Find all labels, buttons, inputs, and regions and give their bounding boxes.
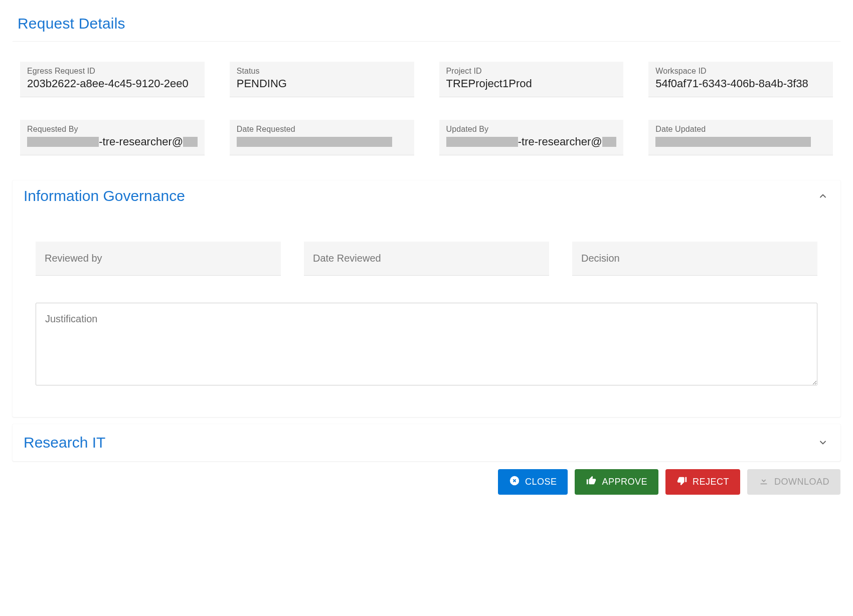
field-value: [237, 135, 407, 149]
field-label: Requested By: [27, 125, 198, 134]
approve-button[interactable]: APPROVE: [575, 469, 658, 495]
panel-title: Information Governance: [24, 187, 185, 204]
thumbs-down-icon: [676, 475, 688, 489]
decision-input[interactable]: [572, 242, 817, 276]
redacted-text: [602, 137, 617, 147]
ig-review-row: [36, 242, 817, 276]
field-date-requested: Date Requested: [230, 120, 414, 155]
field-label: Status: [237, 67, 407, 76]
title-divider: [13, 41, 840, 42]
thumbs-up-icon: [586, 475, 597, 489]
field-label: Egress Request ID: [27, 67, 198, 76]
button-label: DOWNLOAD: [774, 477, 829, 487]
redacted-text: [655, 137, 811, 147]
field-value: 203b2622-a8ee-4c45-9120-2ee0: [27, 77, 198, 91]
field-label: Updated By: [446, 125, 617, 134]
panel-research-it: Research IT: [13, 424, 840, 461]
justification-textarea[interactable]: [36, 303, 817, 385]
redacted-text: [183, 137, 198, 147]
field-project-id: Project ID TREProject1Prod: [439, 62, 624, 97]
field-label: Workspace ID: [655, 67, 826, 76]
close-circle-icon: [509, 475, 520, 489]
field-value: PENDING: [237, 77, 407, 91]
field-value: TREProject1Prod: [446, 77, 617, 91]
chevron-up-icon: [816, 189, 829, 202]
field-egress-id: Egress Request ID 203b2622-a8ee-4c45-912…: [20, 62, 205, 97]
panel-body: [13, 212, 840, 417]
field-value: [655, 135, 826, 149]
field-updated-by: Updated By -tre-researcher@: [439, 120, 624, 155]
action-bar: CLOSE APPROVE REJECT DOWNLOAD: [13, 469, 840, 495]
field-value: -tre-researcher@: [27, 135, 198, 149]
download-icon: [758, 475, 769, 489]
field-workspace-id: Workspace ID 54f0af71-6343-406b-8a4b-3f3…: [648, 62, 833, 97]
panel-header-research-it[interactable]: Research IT: [13, 424, 840, 461]
details-grid: Egress Request ID 203b2622-a8ee-4c45-912…: [20, 62, 833, 155]
field-value-suffix: -tre-researcher@: [518, 135, 602, 148]
panel-information-governance: Information Governance: [13, 180, 840, 417]
redacted-text: [27, 137, 99, 147]
close-button[interactable]: CLOSE: [498, 469, 568, 495]
panel-header-information-governance[interactable]: Information Governance: [13, 180, 840, 212]
field-label: Date Updated: [655, 125, 826, 134]
redacted-text: [446, 137, 518, 147]
field-status: Status PENDING: [230, 62, 414, 97]
field-value-suffix: -tre-researcher@: [99, 135, 183, 148]
download-button: DOWNLOAD: [747, 469, 840, 495]
panel-title: Research IT: [24, 434, 105, 451]
button-label: APPROVE: [602, 477, 647, 487]
field-label: Date Requested: [237, 125, 407, 134]
reject-button[interactable]: REJECT: [665, 469, 740, 495]
reviewed-by-input[interactable]: [36, 242, 281, 276]
field-value: -tre-researcher@: [446, 135, 617, 149]
button-label: CLOSE: [525, 477, 557, 487]
field-requested-by: Requested By -tre-researcher@: [20, 120, 205, 155]
button-label: REJECT: [693, 477, 729, 487]
field-date-updated: Date Updated: [648, 120, 833, 155]
redacted-text: [237, 137, 392, 147]
field-label: Project ID: [446, 67, 617, 76]
field-value: 54f0af71-6343-406b-8a4b-3f38: [655, 77, 826, 91]
date-reviewed-input[interactable]: [304, 242, 549, 276]
page-title: Request Details: [18, 15, 840, 32]
chevron-down-icon: [816, 436, 829, 449]
